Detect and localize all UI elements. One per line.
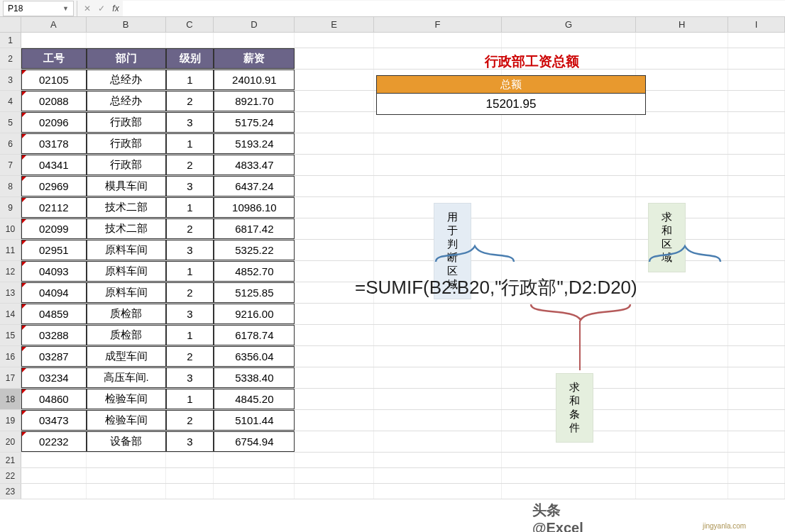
col-header-F[interactable]: F	[374, 17, 502, 32]
cell-C5[interactable]: 3	[166, 112, 214, 133]
row-header[interactable]: 21	[0, 453, 21, 467]
cell-G17[interactable]	[502, 367, 637, 388]
cell-F5[interactable]	[374, 112, 502, 133]
cell-I22[interactable]	[728, 468, 785, 483]
cell-G10[interactable]	[502, 218, 637, 239]
cell-H11[interactable]	[636, 240, 728, 260]
cell-D13[interactable]: 5125.85	[214, 282, 295, 303]
cell-A1[interactable]	[21, 33, 87, 48]
cell-F9[interactable]	[374, 197, 502, 218]
cell-E19[interactable]	[295, 410, 374, 431]
cell-E5[interactable]	[295, 112, 374, 133]
cell-H17[interactable]	[636, 367, 728, 388]
cell-E17[interactable]	[295, 367, 374, 388]
cell-F3[interactable]	[374, 70, 502, 90]
cell-E10[interactable]	[295, 218, 374, 239]
cell-B23[interactable]	[87, 484, 166, 499]
cell-A22[interactable]	[21, 468, 87, 483]
cell-H4[interactable]	[636, 91, 728, 111]
cell-E16[interactable]	[295, 346, 374, 367]
name-box[interactable]: P18 ▼	[3, 1, 74, 16]
row-header[interactable]: 8	[0, 176, 21, 196]
cell-B22[interactable]	[87, 468, 166, 483]
cell-A21[interactable]	[21, 453, 87, 467]
cell-F20[interactable]	[374, 431, 502, 452]
cell-D10[interactable]: 6817.42	[214, 218, 295, 239]
cell-E21[interactable]	[295, 453, 374, 467]
cell-E15[interactable]	[295, 325, 374, 345]
cell-I23[interactable]	[728, 484, 785, 499]
col-header-D[interactable]: D	[214, 17, 295, 32]
cell-D20[interactable]: 6754.94	[214, 431, 295, 452]
row-header[interactable]: 14	[0, 304, 21, 324]
cell-C11[interactable]: 3	[166, 240, 214, 260]
cell-G2[interactable]	[502, 48, 637, 69]
cell-I9[interactable]	[728, 197, 785, 218]
cell-D7[interactable]: 4833.47	[214, 155, 295, 175]
cell-I19[interactable]	[728, 410, 785, 431]
cell-G13[interactable]	[502, 282, 637, 303]
cell-H21[interactable]	[636, 453, 728, 467]
cell-I11[interactable]	[728, 240, 785, 260]
cell-I18[interactable]	[728, 389, 785, 409]
cell-B9[interactable]: 技术二部	[87, 197, 166, 218]
row-header[interactable]: 23	[0, 484, 21, 499]
cell-F8[interactable]	[374, 176, 502, 196]
cell-G20[interactable]	[502, 431, 637, 452]
cell-B15[interactable]: 质检部	[87, 325, 166, 345]
cell-H6[interactable]	[636, 133, 728, 154]
cell-F18[interactable]	[374, 389, 502, 409]
formula-input[interactable]	[123, 1, 785, 16]
cell-B18[interactable]: 检验车间	[87, 389, 166, 409]
cell-E4[interactable]	[295, 91, 374, 111]
cell-D17[interactable]: 5338.40	[214, 367, 295, 388]
cell-G19[interactable]	[502, 410, 637, 431]
cell-C17[interactable]: 3	[166, 367, 214, 388]
col-header-C[interactable]: C	[166, 17, 214, 32]
cell-F7[interactable]	[374, 155, 502, 175]
cell-C8[interactable]: 3	[166, 176, 214, 196]
row-header[interactable]: 17	[0, 367, 21, 388]
cell-D12[interactable]: 4852.70	[214, 261, 295, 282]
cell-A10[interactable]: 02099	[21, 218, 87, 239]
cell-G16[interactable]	[502, 346, 637, 367]
cell-D2[interactable]: 薪资	[214, 48, 295, 69]
cell-H23[interactable]	[636, 484, 728, 499]
cell-D1[interactable]	[214, 33, 295, 48]
cell-C22[interactable]	[166, 468, 214, 483]
cell-B2[interactable]: 部门	[87, 48, 166, 69]
spreadsheet-grid[interactable]: A B C D E F G H I 12工号部门级别薪资302105总经办124…	[0, 17, 785, 499]
cell-I4[interactable]	[728, 91, 785, 111]
cell-D16[interactable]: 6356.04	[214, 346, 295, 367]
cell-H13[interactable]	[636, 282, 728, 303]
cell-A12[interactable]: 04093	[21, 261, 87, 282]
cell-H7[interactable]	[636, 155, 728, 175]
cell-I15[interactable]	[728, 325, 785, 345]
cell-C2[interactable]: 级别	[166, 48, 214, 69]
col-header-E[interactable]: E	[295, 17, 374, 32]
cell-D18[interactable]: 4845.20	[214, 389, 295, 409]
row-header[interactable]: 3	[0, 70, 21, 90]
cell-C19[interactable]: 2	[166, 410, 214, 431]
col-header-G[interactable]: G	[502, 17, 637, 32]
cell-B20[interactable]: 设备部	[87, 431, 166, 452]
cell-F22[interactable]	[374, 468, 502, 483]
cell-H19[interactable]	[636, 410, 728, 431]
cell-D19[interactable]: 5101.44	[214, 410, 295, 431]
col-header-A[interactable]: A	[21, 17, 87, 32]
cell-H8[interactable]	[636, 176, 728, 196]
cell-B7[interactable]: 行政部	[87, 155, 166, 175]
select-all-corner[interactable]	[0, 17, 21, 32]
cell-I8[interactable]	[728, 176, 785, 196]
cell-D15[interactable]: 6178.74	[214, 325, 295, 345]
cell-I10[interactable]	[728, 218, 785, 239]
cell-G18[interactable]	[502, 389, 637, 409]
cell-C10[interactable]: 2	[166, 218, 214, 239]
cell-B8[interactable]: 模具车间	[87, 176, 166, 196]
cell-G1[interactable]	[502, 33, 637, 48]
cell-A5[interactable]: 02096	[21, 112, 87, 133]
cell-E18[interactable]	[295, 389, 374, 409]
cell-I17[interactable]	[728, 367, 785, 388]
cell-H12[interactable]	[636, 261, 728, 282]
cell-G8[interactable]	[502, 176, 637, 196]
